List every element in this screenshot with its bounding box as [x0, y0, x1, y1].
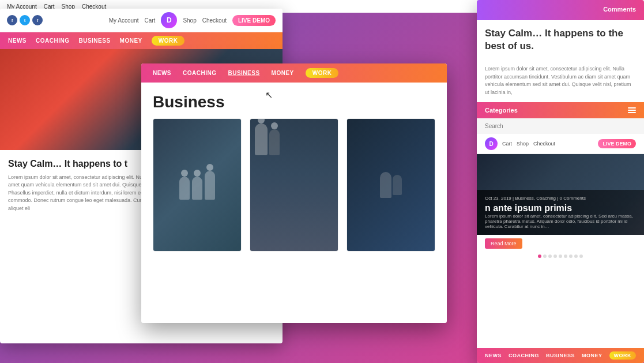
person-1 [179, 177, 190, 200]
dot-1[interactable] [538, 255, 541, 258]
center-menu-business[interactable]: BUSINESS [228, 70, 259, 76]
right-search-bar [477, 118, 644, 134]
left-nav-links: My Account Cart [109, 17, 156, 24]
facebook2-icon[interactable]: f [32, 15, 43, 25]
right-live-demo-button[interactable]: LIVE DEMO [598, 139, 636, 148]
left-nav-cart[interactable]: Cart [144, 17, 155, 24]
dot-5[interactable] [559, 255, 562, 258]
right-divi-logo: D [485, 137, 498, 150]
right-bottom-news[interactable]: NEWS [485, 353, 502, 358]
center-menu-news[interactable]: NEWS [153, 70, 171, 76]
card-2-image [250, 119, 338, 251]
card-1-body: Vestibulum ante ipsum primis by design |… [153, 251, 241, 252]
person-suit [255, 124, 268, 155]
left-nav-checkout[interactable]: Checkout [202, 17, 227, 24]
dot-9[interactable] [579, 255, 583, 258]
right-nav-top: D Cart Shop Checkout LIVE DEMO [477, 134, 644, 154]
right-nav-checkout[interactable]: Checkout [533, 141, 555, 147]
center-menu-money[interactable]: MONEY [272, 70, 294, 76]
card-3: Curabitur aliquet quam by etdev | Oct 23… [347, 118, 435, 252]
person-hand-1 [380, 172, 391, 198]
left-menu-work[interactable]: WORK [152, 36, 185, 46]
ham-line-2 [628, 110, 636, 111]
right-search-input[interactable] [485, 123, 636, 129]
right-bottom-work[interactable]: WORK [609, 351, 637, 360]
right-post-title: Stay Calm… It happens to the best of us. [477, 20, 644, 59]
left-menu-business[interactable]: BUSINESS [78, 38, 110, 44]
card-2-silhouette [250, 119, 338, 160]
comments-label: Comments [477, 0, 644, 13]
left-menu-coaching[interactable]: COACHING [36, 38, 69, 44]
card-3-image [347, 119, 435, 251]
card-1-image [153, 119, 241, 251]
center-section-title: Business [141, 83, 447, 118]
right-bottom-business[interactable]: BUSINESS [546, 353, 575, 358]
card-1: Vestibulum ante ipsum primis by design |… [153, 118, 242, 252]
cursor-indicator: ↖ [265, 89, 273, 100]
cards-row: Vestibulum ante ipsum primis by design |… [141, 118, 447, 252]
left-live-demo-button[interactable]: LIVE DEMO [232, 15, 276, 26]
left-nav-top: f t f My Account Cart D Shop Checkout LI… [0, 9, 283, 32]
dot-7[interactable] [569, 255, 573, 258]
dot-4[interactable] [553, 255, 557, 258]
dot-navigation [477, 252, 644, 260]
categories-label: Categories [485, 107, 518, 114]
center-menu-work[interactable]: WORK [306, 68, 339, 78]
dot-8[interactable] [574, 255, 578, 258]
left-menu-news[interactable]: NEWS [8, 38, 27, 44]
right-top-gradient: Comments [477, 0, 644, 20]
right-nav-cart[interactable]: Cart [502, 141, 512, 147]
left-nav-menu: NEWS COACHING BUSINESS MONEY WORK [0, 32, 283, 49]
window-center: NEWS COACHING BUSINESS MONEY WORK Busine… [141, 63, 447, 323]
card-3-silhouette [347, 119, 435, 251]
right-bottom-coaching[interactable]: COACHING [509, 353, 539, 358]
left-nav-shop[interactable]: Shop [183, 17, 196, 24]
dot-2[interactable] [543, 255, 547, 258]
card-1-silhouette [179, 171, 215, 200]
divi-logo: D [161, 12, 177, 28]
read-more-button[interactable]: Read More [485, 238, 522, 249]
twitter-icon[interactable]: t [20, 15, 30, 25]
center-nav-menu: NEWS COACHING BUSINESS MONEY WORK [141, 63, 447, 83]
dot-3[interactable] [548, 255, 552, 258]
card-2: Cras ultrices ligula sed magna by etdev … [250, 118, 338, 252]
right-hero: Oct 23, 2019 | Business, Coaching | 0 Co… [477, 154, 644, 235]
right-hero-title: n ante ipsum primis [485, 203, 636, 214]
dot-6[interactable] [564, 255, 567, 258]
right-hero-text-overlay: Oct 23, 2019 | Business, Coaching | 0 Co… [477, 190, 644, 235]
facebook-icon[interactable]: f [7, 15, 17, 25]
categories-bar: Categories [477, 102, 644, 118]
card-3-body: Curabitur aliquet quam by etdev | Oct 23… [347, 251, 435, 252]
window-right: Comments Stay Calm… It happens to the be… [477, 0, 644, 363]
social-icons: f t f [7, 15, 43, 25]
right-nav-shop[interactable]: Shop [517, 141, 529, 147]
left-menu-money[interactable]: MONEY [120, 38, 142, 44]
ham-line-1 [628, 107, 636, 108]
right-bottom-nav: NEWS COACHING BUSINESS MONEY WORK [477, 348, 644, 363]
left-nav-my-account[interactable]: My Account [109, 17, 139, 24]
right-post-text: Lorem ipsum dolor sit amet, consectetur … [477, 59, 644, 102]
center-menu-coaching[interactable]: COACHING [183, 70, 216, 76]
person-3 [205, 171, 215, 200]
ham-line-3 [628, 112, 636, 113]
person-2 [192, 177, 202, 200]
person-hand-2 [393, 175, 402, 195]
right-bottom-money[interactable]: MONEY [582, 353, 602, 358]
right-hero-meta: Oct 23, 2019 | Business, Coaching | 0 Co… [485, 196, 636, 201]
right-hero-excerpt: Lorem ipsum dolor sit amet, consectetur … [485, 214, 636, 229]
card-2-body: Cras ultrices ligula sed magna by etdev … [250, 251, 338, 252]
hamburger-icon[interactable] [628, 107, 636, 113]
person-suit-2 [269, 129, 280, 155]
